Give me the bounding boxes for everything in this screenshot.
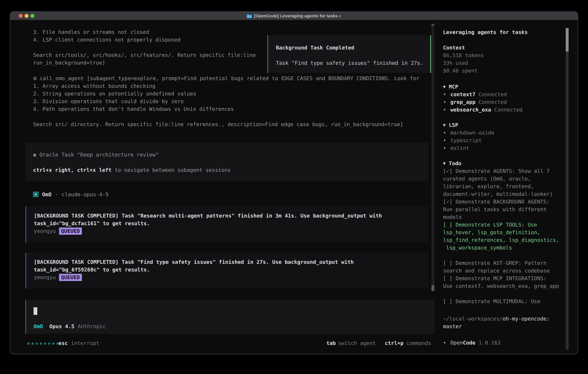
session-title: Leveraging agents for tasks	[443, 28, 528, 36]
commands-key-hint: ctrl+p	[385, 339, 404, 347]
lsp-title: LSP	[449, 121, 458, 129]
gear-icon: ⚙	[33, 74, 37, 82]
oracle-hint-keys: ctrl+x right, ctrl+x left	[33, 166, 112, 174]
titlebar[interactable]: [OpenCode] Leveraging agents for tasks ◐	[10, 12, 578, 20]
workspace-branch: master	[443, 322, 462, 330]
sidebar-scrollbar-track[interactable]	[566, 52, 569, 350]
mcp-status: Connected	[494, 106, 523, 114]
window-title: [OpenCode] Leveraging agents for tasks ◐	[254, 13, 342, 18]
mcp-item: • context7 Connected	[443, 91, 507, 98]
app-version: 1.0.163	[479, 339, 501, 346]
scrollback-text: 3. File handles or streams not closed 4.…	[33, 28, 256, 67]
input-model-label[interactable]: Opus 4.5	[49, 322, 74, 330]
esc-key-hint: esc	[58, 339, 68, 347]
tool-call-header: ⚙ call_omo_agent [subagent_type=explore,…	[33, 74, 419, 82]
tab-key-hint: tab	[326, 339, 336, 347]
status-dot-icon: •	[443, 91, 446, 98]
text-cursor	[33, 307, 37, 315]
toast-title: Background Task Completed	[276, 44, 354, 52]
lsp-section-header[interactable]: ▼ LSP	[443, 121, 458, 129]
terminal-window: [OpenCode] Leveraging agents for tasks ◐…	[10, 11, 578, 354]
app-name-bold: Code	[463, 339, 475, 346]
status-dot-icon: •	[443, 144, 446, 152]
omo-agent-icon	[33, 192, 38, 197]
close-button[interactable]	[19, 14, 23, 18]
oracle-dot-icon: ◉	[33, 151, 36, 158]
todo-title: Todo	[449, 159, 462, 167]
oracle-task-title: Oracle Task "Deep architecture review"	[40, 151, 159, 158]
zoom-button[interactable]	[30, 14, 34, 18]
workspace-repo: oh-my-opencode:	[503, 315, 550, 322]
collapse-triangle-icon: ▼	[443, 83, 446, 91]
task-block-text: [BACKGROUND TASK COMPLETED] Task "Find t…	[34, 258, 354, 273]
status-dot-icon: •	[443, 106, 446, 114]
mcp-status: Connected	[479, 91, 507, 98]
main-scrollbar-thumb[interactable]	[431, 285, 434, 291]
lsp-name: typescript	[451, 136, 482, 144]
tool-call-body: 1. Array access without bounds checking …	[33, 82, 403, 128]
status-dot-icon: •	[443, 339, 446, 346]
agent-name: OmO	[42, 191, 52, 198]
queued-badge: QUEUED	[59, 228, 82, 235]
oracle-hint-text: to navigate between subagent sessions	[112, 166, 231, 174]
app-name-regular: Open	[451, 339, 463, 346]
mcp-name: grep_app	[451, 98, 475, 106]
mcp-section-header[interactable]: ▼ MCP	[443, 83, 458, 91]
mcp-item: • websearch_exa Connected	[443, 106, 523, 114]
collapse-triangle-icon: ▼	[443, 121, 446, 129]
lsp-name: markdown-oxide	[451, 129, 494, 136]
workspace-path: ~/local-workspaces/ oh-my-opencode:	[443, 315, 550, 322]
input-agent-label[interactable]: OmO	[33, 322, 43, 330]
background-task-toast[interactable]: Background Task Completed Task "Find typ…	[268, 35, 431, 73]
context-stats: 66,518 tokens 33% used $0.46 spent	[443, 52, 484, 74]
task-block-user: yeongyu	[34, 273, 56, 281]
prompt-input[interactable]: OmO Opus 4.5 Anthropic	[25, 300, 434, 334]
spinner: ▪▪▪▪▪▪▪▪	[27, 339, 60, 347]
mcp-title: MCP	[449, 83, 458, 91]
version-row: • Open Code 1.0.163	[443, 339, 501, 346]
minimize-button[interactable]	[25, 14, 29, 18]
mcp-status: Connected	[479, 98, 507, 106]
mcp-name: websearch_exa	[451, 106, 491, 114]
main-scrollbar[interactable]	[431, 24, 434, 291]
esc-key-label: interrupt	[71, 339, 99, 347]
window-title-group: [OpenCode] Leveraging agents for tasks ◐	[247, 13, 342, 18]
agent-header: OmO · claude-opus-4-5	[33, 191, 109, 197]
agent-model: claude-opus-4-5	[62, 191, 109, 198]
context-heading: Context	[443, 44, 465, 52]
mcp-item: • grep_app Connected	[443, 98, 507, 106]
agent-separator: ·	[55, 191, 58, 198]
oracle-task-card[interactable]: ◉ Oracle Task "Deep architecture review"…	[25, 143, 429, 181]
toast-body: Task "Find type safety issues" finished …	[276, 59, 423, 67]
workspace-path-prefix: ~/local-workspaces/	[443, 315, 503, 322]
commands-key-label: commands	[406, 339, 431, 347]
lsp-item: • eslint	[443, 144, 469, 152]
status-dot-icon: •	[443, 136, 446, 144]
task-block-text: [BACKGROUND TASK COMPLETED] Task "Resear…	[34, 212, 382, 227]
main-scrollbar-thumb-top[interactable]	[431, 24, 434, 26]
sidebar-scrollbar-thumb[interactable]	[566, 28, 569, 52]
folder-icon	[247, 14, 252, 18]
task-block[interactable]: [BACKGROUND TASK COMPLETED] Task "Resear…	[25, 206, 429, 242]
tab-key-label: switch agent	[338, 339, 376, 347]
collapse-triangle-icon: ▼	[443, 159, 446, 167]
task-block[interactable]: [BACKGROUND TASK COMPLETED] Task "Find t…	[25, 253, 429, 289]
lsp-name: eslint	[451, 144, 469, 152]
todo-done-items: [✓] Demonstrate AGENTS: Show all 7 curat…	[443, 167, 553, 221]
tool-call-text: call_omo_agent [subagent_type=explore, p…	[40, 74, 419, 82]
task-block-user: yeongyu	[34, 227, 56, 235]
status-dot-icon: •	[443, 98, 446, 106]
lsp-item: • markdown-oxide	[443, 129, 494, 136]
mcp-name: context7	[451, 91, 475, 98]
input-provider-label: Anthropic	[78, 322, 106, 330]
status-dot-icon: •	[443, 129, 446, 136]
todo-pending-items: [ ] Demonstrate AST-GREP: Pattern search…	[443, 259, 559, 290]
todo-pending-item: [ ] Demonstrate MULTIMODAL: Use	[443, 298, 540, 305]
todo-active-item: [ ] Demonstrate LSP TOOLS: Use lsp_hover…	[443, 221, 559, 251]
lsp-item: • typescript	[443, 136, 482, 144]
queued-badge: QUEUED	[59, 274, 82, 281]
todo-section-header[interactable]: ▼ Todo	[443, 159, 462, 167]
